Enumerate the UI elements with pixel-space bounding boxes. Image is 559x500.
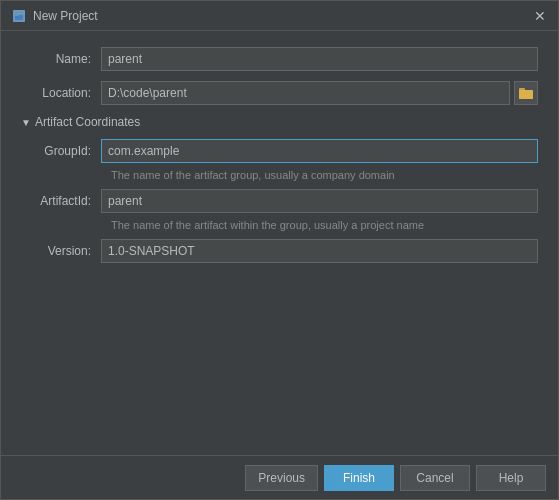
location-input[interactable] [101,81,510,105]
version-label: Version: [21,244,101,258]
artifact-section-header[interactable]: ▼ Artifact Coordinates [21,115,538,129]
artifactid-input-wrapper [101,189,538,213]
location-input-wrapper [101,81,538,105]
section-arrow-icon: ▼ [21,117,31,128]
svg-rect-4 [519,90,533,99]
name-row: Name: [21,47,538,71]
svg-rect-1 [15,12,19,16]
groupid-row: GroupId: [21,139,538,163]
previous-button[interactable]: Previous [245,465,318,491]
name-label: Name: [21,52,101,66]
artifact-section-title: Artifact Coordinates [35,115,140,129]
dialog-content: Name: Location: ▼ Artifac [1,31,558,455]
artifactid-label: ArtifactId: [21,194,101,208]
version-input-wrapper [101,239,538,263]
groupid-hint: The name of the artifact group, usually … [111,169,538,181]
close-button[interactable]: ✕ [532,8,548,24]
artifactid-row: ArtifactId: [21,189,538,213]
title-bar: New Project ✕ [1,1,558,31]
name-input[interactable] [101,47,538,71]
location-row: Location: [21,81,538,105]
title-bar-left: New Project [11,8,98,24]
cancel-button[interactable]: Cancel [400,465,470,491]
new-project-dialog: New Project ✕ Name: Location: [0,0,559,500]
project-icon [11,8,27,24]
browse-button[interactable] [514,81,538,105]
location-label: Location: [21,86,101,100]
folder-icon [519,87,533,99]
groupid-label: GroupId: [21,144,101,158]
artifactid-input[interactable] [101,189,538,213]
groupid-input-wrapper [101,139,538,163]
groupid-input[interactable] [101,139,538,163]
name-input-wrapper [101,47,538,71]
finish-button[interactable]: Finish [324,465,394,491]
dialog-footer: Previous Finish Cancel Help [1,455,558,499]
dialog-title: New Project [33,9,98,23]
artifactid-hint: The name of the artifact within the grou… [111,219,538,231]
version-row: Version: [21,239,538,263]
help-button[interactable]: Help [476,465,546,491]
version-input[interactable] [101,239,538,263]
